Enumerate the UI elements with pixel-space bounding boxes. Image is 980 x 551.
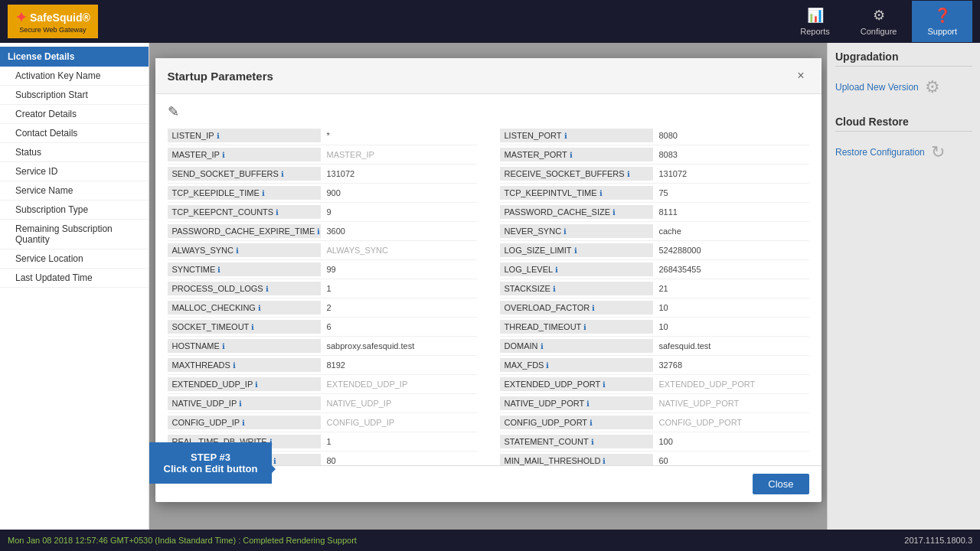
sidebar-item-subscription-type[interactable]: Subscription Type: [0, 201, 149, 220]
info-icon: ℹ: [603, 457, 606, 465]
param-value: 10: [653, 301, 714, 315]
param-name: CONFIG_UDP_PORT ℹ: [500, 416, 653, 429]
modal-header: Startup Parameters ×: [155, 58, 822, 94]
sidebar-item-status[interactable]: Status: [0, 143, 149, 162]
modal-close-button[interactable]: ×: [792, 67, 808, 84]
param-value: 1: [321, 435, 382, 448]
info-icon: ℹ: [627, 170, 630, 178]
sidebar-item-service-location[interactable]: Service Location: [0, 249, 149, 269]
param-row: EXTENDED_UDP_PORT ℹEXTENDED_UDP_PORT: [500, 375, 809, 394]
param-name: LOG_LEVEL ℹ: [500, 262, 653, 276]
modal-footer-close-button[interactable]: Close: [753, 474, 808, 494]
sidebar-item-service-id[interactable]: Service ID: [0, 162, 149, 181]
param-value: MASTER_IP: [321, 148, 382, 161]
param-value: 99: [321, 262, 382, 276]
param-name: LOG_SIZE_LIMIT ℹ: [500, 243, 653, 257]
param-name: THREAD_TIMEOUT ℹ: [500, 320, 653, 334]
nav-configure[interactable]: ⚙ Configure: [845, 1, 913, 42]
param-value: NATIVE_UDP_IP: [321, 396, 398, 410]
param-row: DOMAIN ℹsafesquid.test: [500, 337, 809, 356]
info-icon: ℹ: [217, 132, 220, 140]
info-icon: ℹ: [255, 380, 258, 389]
param-name: PASSWORD_CACHE_EXPIRE_TIME ℹ: [168, 224, 321, 238]
upload-label: Upload New Version: [835, 82, 919, 93]
param-value: 6: [321, 320, 382, 334]
param-value: 60: [653, 454, 714, 465]
info-icon: ℹ: [273, 457, 276, 465]
info-icon: ℹ: [262, 189, 265, 197]
info-icon: ℹ: [242, 419, 245, 427]
sidebar-item-contact-details[interactable]: Contact Details: [0, 124, 149, 143]
param-name: LISTEN_IP ℹ: [168, 129, 321, 142]
sidebar-item-last-updated-time[interactable]: Last Updated Time: [0, 269, 149, 288]
param-row: STATEMENT_COUNT ℹ100: [500, 432, 809, 452]
upgradation-section: Upgradation Upload New Version ⚙: [835, 51, 972, 100]
param-name: SYNCTIME ℹ: [168, 262, 321, 276]
param-row: HOSTNAME ℹsabproxy.safesquid.test: [168, 337, 477, 356]
info-icon: ℹ: [590, 419, 593, 427]
param-row: THREAD_TIMEOUT ℹ10: [500, 318, 809, 337]
status-bar: Mon Jan 08 2018 12:57:46 GMT+0530 (India…: [0, 530, 980, 551]
param-name: TCP_KEEPCNT_COUNTS ℹ: [168, 205, 321, 219]
edit-icon[interactable]: ✎: [168, 104, 179, 119]
sidebar-section-title: License Details: [0, 47, 149, 67]
cloud-restore-title: Cloud Restore: [835, 116, 972, 132]
param-value: safesquid.test: [653, 339, 717, 353]
param-name: NATIVE_UDP_IP ℹ: [168, 396, 321, 410]
param-row: CONFIG_UDP_PORT ℹCONFIG_UDP_PORT: [500, 413, 809, 432]
info-icon: ℹ: [599, 189, 603, 197]
param-value: 32768: [653, 358, 714, 372]
modal-body: ✎ LISTEN_IP ℹ*MASTER_IP ℹMASTER_IPSEND_S…: [155, 94, 822, 465]
upload-new-version-action[interactable]: Upload New Version ⚙: [835, 74, 972, 100]
sidebar-item-subscription-start[interactable]: Subscription Start: [0, 86, 149, 105]
param-value: 900: [321, 186, 382, 200]
param-value: sabproxy.safesquid.test: [321, 339, 421, 353]
sidebar-item-remaining-subscription-quantity[interactable]: Remaining Subscription Quantity: [0, 220, 149, 249]
param-row: MASTER_IP ℹMASTER_IP: [168, 145, 477, 165]
step-number: STEP #3: [162, 452, 260, 463]
params-right-column: LISTEN_PORT ℹ8080MASTER_PORT ℹ8083RECEIV…: [500, 126, 809, 465]
param-row: NEVER_SYNC ℹcache: [500, 222, 809, 241]
sidebar-item-service-name[interactable]: Service Name: [0, 181, 149, 201]
sidebar-item-creator-details[interactable]: Creator Details: [0, 105, 149, 124]
nav-reports[interactable]: 📊 Reports: [785, 1, 845, 42]
param-value: 8111: [653, 205, 714, 219]
param-value: 75: [653, 186, 714, 200]
param-row: PASSWORD_CACHE_SIZE ℹ8111: [500, 203, 809, 222]
nav-support[interactable]: ❓ Support: [912, 1, 972, 42]
cloud-restore-section: Cloud Restore Restore Configuration ↻: [835, 116, 972, 165]
param-name: TCP_KEEPIDLE_TIME ℹ: [168, 186, 321, 200]
param-row: NATIVE_UDP_PORT ℹNATIVE_UDP_PORT: [500, 394, 809, 413]
edit-icon-container: ✎: [168, 103, 809, 120]
info-icon: ℹ: [281, 170, 284, 178]
logo-icon: ✦: [15, 9, 27, 26]
param-value: 8080: [653, 129, 714, 142]
info-icon: ℹ: [553, 285, 556, 293]
param-name: RECEIVE_SOCKET_BUFFERS ℹ: [500, 167, 653, 181]
param-row: MIN_MAIL_THRESHOLD ℹ60: [500, 452, 809, 465]
logo-subtitle: Secure Web Gateway: [19, 26, 86, 34]
param-value: CONFIG_UDP_IP: [321, 416, 401, 429]
param-value: 9: [321, 205, 382, 219]
param-row: MASTER_PORT ℹ8083: [500, 145, 809, 165]
restore-configuration-action[interactable]: Restore Configuration ↻: [835, 139, 972, 165]
param-name: HOSTNAME ℹ: [168, 339, 321, 353]
info-icon: ℹ: [583, 323, 586, 331]
info-icon: ℹ: [564, 227, 567, 236]
info-icon: ℹ: [239, 399, 242, 408]
info-icon: ℹ: [276, 208, 279, 217]
param-name: LISTEN_PORT ℹ: [500, 129, 653, 142]
support-label: Support: [927, 27, 957, 36]
param-name: MALLOC_CHECKING ℹ: [168, 301, 321, 315]
param-name: NEVER_SYNC ℹ: [500, 224, 653, 238]
sidebar-item-activation-key-name[interactable]: Activation Key Name: [0, 67, 149, 86]
param-value: 10: [653, 320, 714, 334]
info-icon: ℹ: [541, 342, 544, 350]
param-name: DOMAIN ℹ: [500, 339, 653, 353]
param-name: MAXTHREADS ℹ: [168, 358, 321, 372]
info-icon: ℹ: [251, 323, 254, 331]
status-text: Mon Jan 08 2018 12:57:46 GMT+0530 (India…: [8, 536, 357, 545]
support-icon: ❓: [934, 7, 951, 24]
logo-box: ✦ SafeSquid® Secure Web Gateway: [8, 5, 98, 38]
info-icon: ℹ: [591, 438, 594, 446]
